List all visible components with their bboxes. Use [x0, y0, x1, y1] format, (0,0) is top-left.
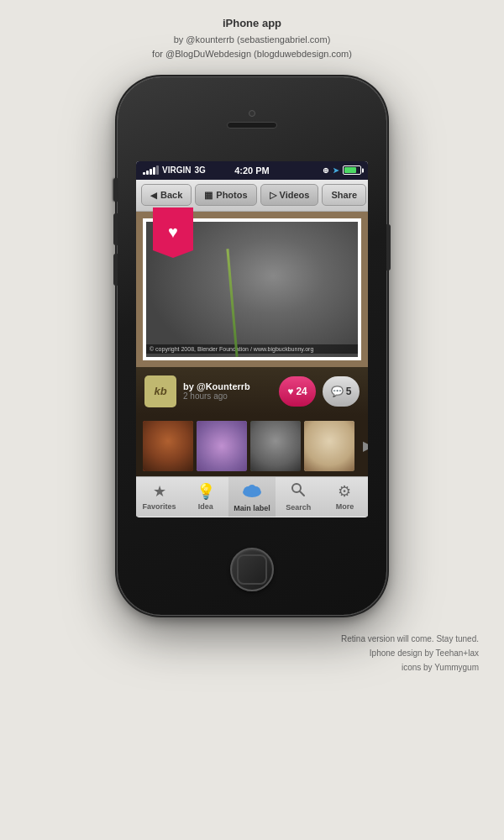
battery-fill [344, 167, 356, 173]
photos-icon: ▦ [204, 190, 213, 201]
status-left: VIRGIN 3G [143, 165, 206, 175]
comment-icon: 💬 [331, 386, 344, 397]
signal-bar-1 [143, 172, 145, 175]
main-label-label: Main label [234, 504, 270, 512]
phone-screen: VIRGIN 3G 4:20 PM ⊕ ➤ ◀ Back [136, 161, 368, 517]
thumbnail-2[interactable] [197, 421, 247, 471]
username: by @Kounterrb [183, 381, 272, 391]
search-icon [291, 482, 306, 501]
location-icon: ⊕ [323, 166, 329, 175]
credit-line2: by @kounterrb (sebastiengabriel.com) [152, 33, 352, 48]
status-time: 4:20 PM [234, 165, 270, 176]
signal-bar-3 [150, 169, 152, 175]
svg-line-5 [300, 491, 304, 496]
videos-button-label: Videos [280, 190, 310, 200]
comment-button[interactable]: 💬 5 [323, 376, 360, 407]
main-image-container: © copyright 2008, Blender Foundation / w… [136, 212, 368, 367]
thumbnail-2-image [197, 421, 247, 471]
footer-line1: Retina version will come. Stay tuned. [341, 632, 479, 646]
battery-indicator [343, 165, 361, 175]
more-label: More [336, 502, 354, 511]
thumbnail-1-image [143, 421, 193, 471]
mute-switch[interactable] [113, 178, 118, 202]
status-right: ⊕ ➤ [323, 165, 361, 175]
carrier-name: VIRGIN [162, 165, 191, 175]
share-button[interactable]: Share [322, 184, 366, 206]
more-icon: ⚙ [338, 482, 351, 501]
search-label: Search [286, 503, 311, 512]
idea-label: Idea [198, 502, 213, 511]
like-heart-icon: ♥ [287, 386, 293, 397]
username-text[interactable]: @Kounterrb [197, 381, 250, 391]
home-button[interactable] [230, 548, 274, 591]
signal-bar-2 [146, 171, 149, 175]
image-copyright: © copyright 2008, Blender Foundation / w… [146, 344, 358, 354]
next-thumbnails-button[interactable]: ▶ [358, 421, 368, 471]
status-bar: VIRGIN 3G 4:20 PM ⊕ ➤ [136, 161, 368, 180]
thumbnail-1[interactable] [143, 421, 193, 471]
like-button[interactable]: ♥ 24 [279, 376, 316, 407]
thumbnail-4-image [304, 421, 354, 471]
thumbnail-3[interactable] [250, 421, 301, 471]
thumbnail-4[interactable] [304, 421, 354, 471]
speaker-grill [227, 122, 277, 129]
back-chevron-icon: ◀ [150, 191, 157, 200]
phone-body: VIRGIN 3G 4:20 PM ⊕ ➤ ◀ Back [118, 77, 386, 615]
power-button[interactable] [386, 224, 391, 270]
signal-bars [143, 166, 159, 175]
thumbnail-3-image [250, 421, 301, 471]
svg-point-3 [248, 485, 256, 493]
tab-search[interactable]: Search [276, 477, 322, 517]
user-bar: kb by @Kounterrb 2 hours ago ♥ 24 💬 5 [136, 367, 368, 416]
idea-icon: 💡 [197, 482, 215, 501]
footer-line2: Iphone design by Teehan+lax [341, 646, 479, 660]
top-credit: iPhone app by @kounterrb (sebastiengabri… [152, 15, 352, 62]
top-bezel [118, 77, 386, 161]
home-button-inner [237, 554, 267, 585]
user-info: by @Kounterrb 2 hours ago [183, 381, 272, 401]
volume-up-button[interactable] [113, 213, 118, 245]
bottom-credit: Retina version will come. Stay tuned. Ip… [341, 632, 504, 675]
iphone-device: VIRGIN 3G 4:20 PM ⊕ ➤ ◀ Back [118, 77, 386, 615]
favorites-icon: ★ [153, 482, 166, 501]
photos-button-label: Photos [216, 190, 247, 200]
favorites-label: Favorites [143, 502, 176, 511]
app-title: iPhone app [152, 15, 352, 33]
signal-bar-5 [156, 165, 159, 175]
tab-main-label[interactable]: Main label [228, 477, 275, 517]
heart-icon: ♥ [168, 223, 178, 242]
user-avatar[interactable]: kb [144, 375, 176, 407]
post-time: 2 hours ago [183, 391, 272, 401]
comment-count: 5 [346, 386, 352, 397]
credit-line3: for @BlogDuWebdesign (blogduwebdesign.co… [152, 47, 352, 62]
front-camera [249, 110, 255, 117]
nav-bar: ◀ Back ▦ Photos ▷ Videos Share [136, 180, 368, 212]
network-type: 3G [194, 165, 205, 175]
tab-idea[interactable]: 💡 Idea [182, 477, 228, 517]
footer-line3: icons by Yummygum [341, 660, 479, 675]
direction-icon: ➤ [333, 166, 339, 175]
videos-icon: ▷ [270, 190, 276, 201]
thumbnail-strip: ▶ [136, 416, 368, 476]
tab-favorites[interactable]: ★ Favorites [136, 477, 182, 517]
cloud-icon [240, 481, 264, 502]
bookmark-badge[interactable]: ♥ [153, 207, 193, 258]
like-count: 24 [296, 386, 307, 397]
signal-bar-4 [153, 167, 155, 175]
volume-down-button[interactable] [113, 254, 118, 286]
back-button-label: Back [160, 190, 182, 200]
share-button-label: Share [331, 190, 357, 200]
tab-more[interactable]: ⚙ More [322, 477, 368, 517]
back-button[interactable]: ◀ Back [141, 184, 192, 206]
tab-bar: ★ Favorites 💡 Idea [136, 476, 368, 517]
videos-tab-button[interactable]: ▷ Videos [260, 184, 319, 206]
photos-tab-button[interactable]: ▦ Photos [195, 184, 256, 206]
by-label: by [183, 381, 194, 391]
